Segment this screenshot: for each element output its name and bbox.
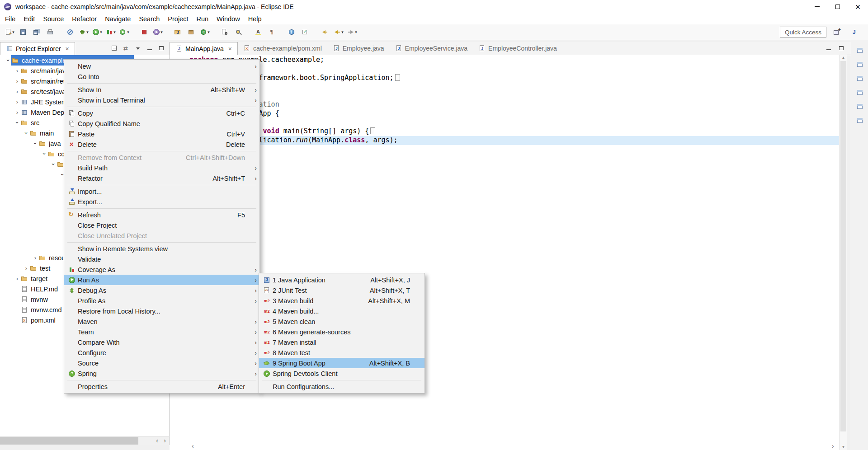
collapsed-arrow-icon[interactable]: › [14,67,21,74]
tab-employeecontroller-java[interactable]: EmployeeController.java [473,42,562,55]
expanded-arrow-icon[interactable]: › [14,119,21,127]
menu-item-profile-as[interactable]: Profile As› [64,295,259,306]
menu-edit[interactable]: Edit [19,13,39,24]
expanded-arrow-icon[interactable]: › [5,57,12,64]
menu-item-6-maven-generate-sources[interactable]: 6 Maven generate-sources [259,327,425,337]
java-perspective-button[interactable] [847,26,861,38]
scroll-left-icon[interactable]: ‹ [156,436,158,445]
minimized-view-6-button[interactable] [854,115,866,126]
minimized-view-1-button[interactable] [854,45,866,56]
menu-item-restore-from-local-history[interactable]: Restore from Local History... [64,306,259,316]
close-button[interactable] [848,0,868,13]
close-tab-icon[interactable]: × [228,45,232,52]
menu-item-team[interactable]: Team› [64,327,259,337]
menu-navigate[interactable]: Navigate [101,13,135,24]
print-button[interactable] [43,26,57,38]
folded-region-icon[interactable] [395,74,400,81]
new-java-project-button[interactable] [171,26,184,38]
collapsed-arrow-icon[interactable]: › [14,275,21,282]
dropdown-caret-icon[interactable]: ▾ [208,30,210,34]
menu-item-build-path[interactable]: Build Path› [64,163,259,173]
menu-item-7-maven-install[interactable]: 7 Maven install [259,337,425,347]
editor-vscrollbar[interactable]: ▲ ▼ [839,55,847,450]
menu-item-spring-devtools-client[interactable]: Spring Devtools Client [259,368,425,379]
stop-button[interactable] [137,26,151,38]
menu-source[interactable]: Source [39,13,68,24]
collapsed-arrow-icon[interactable]: › [32,254,39,261]
menu-item-show-in-remote-systems-view[interactable]: Show in Remote Systems view [64,244,259,254]
scroll-right-icon[interactable]: › [164,436,166,445]
menu-item-import[interactable]: Import... [64,186,259,197]
menu-item-show-in-local-terminal[interactable]: Show in Local Terminal› [64,95,259,105]
scrollbar-thumb[interactable] [0,437,138,445]
menu-item-show-in[interactable]: Show InAlt+Shift+W› [64,84,259,95]
dropdown-caret-icon[interactable]: ▾ [86,30,89,34]
collapsed-arrow-icon[interactable]: › [14,98,21,105]
minimized-view-4-button[interactable] [854,87,866,98]
save-button[interactable] [16,26,30,38]
back-button[interactable]: ▾ [332,26,345,38]
minimized-view-5-button[interactable] [854,101,866,112]
tab-employeeservice-java[interactable]: EmployeeService.java [390,42,473,55]
menu-item-refactor[interactable]: RefactorAlt+Shift+T› [64,173,259,183]
link-with-editor-button[interactable] [121,43,131,53]
new-wizard-button[interactable]: ▾ [3,26,16,38]
search-button[interactable] [231,26,245,38]
collapse-all-button[interactable] [109,43,119,53]
save-all-button[interactable] [30,26,43,38]
menu-item-remove-from-context[interactable]: Remove from ContextCtrl+Alt+Shift+Down [64,152,259,163]
profile-button[interactable]: ▾ [151,26,165,38]
dropdown-caret-icon[interactable]: ▾ [100,30,102,34]
dropdown-caret-icon[interactable]: ▾ [113,30,116,34]
open-perspective-button[interactable] [830,26,844,38]
dropdown-caret-icon[interactable]: ▾ [127,30,129,34]
scrollbar-thumb[interactable] [840,61,846,431]
coverage-button[interactable]: ▾ [104,26,118,38]
show-whitespace-button[interactable] [265,26,278,38]
menu-item-properties[interactable]: PropertiesAlt+Enter [64,381,259,392]
dropdown-caret-icon[interactable]: ▾ [12,30,14,34]
minimized-view-2-button[interactable] [854,59,866,70]
scroll-up-icon[interactable]: ▲ [840,56,847,60]
menu-item-copy[interactable]: CopyCtrl+C [64,108,259,118]
run-button[interactable]: ▾ [90,26,104,38]
minimize-view-button[interactable] [145,43,155,53]
menu-item-compare-with[interactable]: Compare With› [64,337,259,347]
tab-employee-java[interactable]: Employee.java [327,42,390,55]
menu-item-4-maven-build[interactable]: 4 Maven build... [259,306,425,316]
open-type-button[interactable] [218,26,231,38]
menu-window[interactable]: Window [212,13,244,24]
external-tools-button[interactable]: ▾ [118,26,131,38]
dropdown-caret-icon[interactable]: ▾ [355,30,357,34]
forward-button[interactable]: ▾ [345,26,359,38]
menu-item-run-configurations[interactable]: Run Configurations... [259,381,425,392]
menu-item-3-maven-build[interactable]: 3 Maven buildAlt+Shift+X, M [259,295,425,306]
collapsed-arrow-icon[interactable]: › [14,78,21,84]
expanded-arrow-icon[interactable]: › [32,140,39,147]
menu-search[interactable]: Search [135,13,164,24]
expanded-arrow-icon[interactable]: › [23,130,30,137]
scroll-down-icon[interactable]: ▼ [840,445,847,449]
open-task-button[interactable] [298,26,312,38]
menu-item-2-junit-test[interactable]: 2 JUnit TestAlt+Shift+X, T [259,285,425,295]
view-menu-button[interactable] [133,43,143,53]
menu-refactor[interactable]: Refactor [68,13,101,24]
minimized-view-3-button[interactable] [854,73,866,84]
expanded-arrow-icon[interactable]: › [50,161,57,168]
editor-scroll-right-icon[interactable]: › [832,442,834,450]
menu-item-close-project[interactable]: Close Project [64,220,259,230]
close-tab-icon[interactable]: × [66,45,69,52]
menu-item-spring[interactable]: Spring› [64,368,259,379]
menu-item-5-maven-clean[interactable]: 5 Maven clean [259,316,425,327]
menu-item-new[interactable]: New› [64,61,259,71]
maximize-view-button[interactable] [836,43,846,53]
menu-item-refresh[interactable]: RefreshF5 [64,210,259,220]
minimize-view-button[interactable] [824,43,834,53]
debug-button[interactable]: ▾ [77,26,90,38]
menu-file[interactable]: File [1,13,19,24]
collapsed-arrow-icon[interactable]: › [23,265,30,272]
explorer-hscrollbar[interactable]: ‹ › [0,436,170,445]
menu-item-close-unrelated-project[interactable]: Close Unrelated Project [64,230,259,241]
expanded-arrow-icon[interactable]: › [41,150,48,158]
menu-item-source[interactable]: Source› [64,358,259,368]
